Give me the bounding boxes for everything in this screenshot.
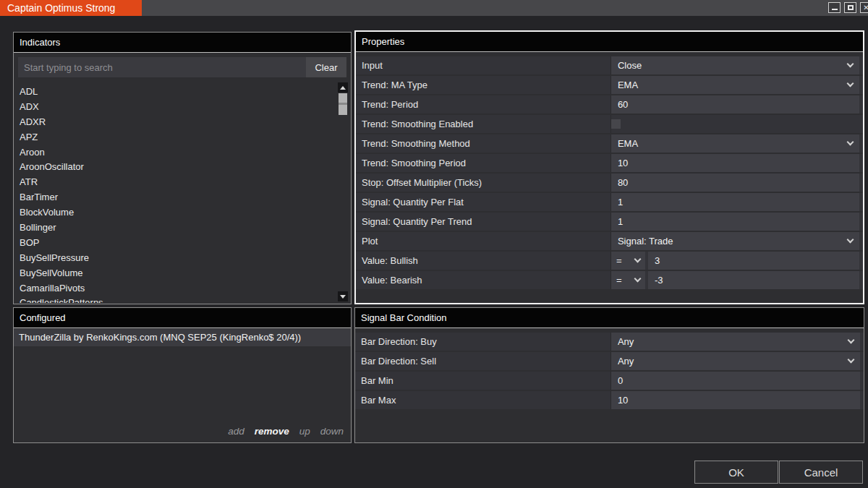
indicator-list-item[interactable]: ATR [20, 175, 350, 190]
indicator-list-item[interactable]: CandlestickPatterns [20, 296, 350, 303]
property-row: Trend: MA TypeEMA [356, 76, 863, 94]
indicator-list-item[interactable]: BarTimer [20, 190, 350, 205]
scrollbar[interactable] [338, 82, 348, 301]
property-row: PlotSignal: Trade [356, 232, 863, 250]
property-row: Stop: Offset Multiplier (Ticks)80 [356, 174, 863, 192]
property-row: Value: Bearish=-3 [356, 271, 863, 289]
indicator-list-item[interactable]: BlockVolume [20, 205, 350, 221]
dropdown[interactable]: Any [611, 333, 860, 351]
chevron-down-icon [847, 61, 854, 68]
property-value-cell: Close [610, 56, 863, 74]
configured-panel: Configured ThunderZilla by RenkoKings.co… [13, 307, 352, 443]
chevron-down-icon [848, 337, 855, 344]
dropdown-value: EMA [618, 138, 848, 149]
indicator-list-item[interactable]: APZ [20, 130, 350, 145]
operator-dropdown[interactable]: = [611, 252, 645, 270]
scroll-up-button[interactable] [338, 82, 348, 93]
indicator-list-item[interactable]: ADXR [20, 115, 350, 130]
dropdown[interactable]: Close [611, 56, 859, 74]
text-input[interactable]: 10 [611, 154, 859, 172]
property-value-cell: 60 [610, 95, 863, 114]
property-value-cell: EMA [610, 76, 863, 94]
text-input[interactable]: 80 [611, 174, 859, 192]
maximize-icon [848, 5, 854, 10]
property-value-cell: 0 [610, 372, 864, 390]
text-input[interactable]: -3 [648, 271, 859, 289]
search-input[interactable] [18, 57, 306, 77]
chevron-down-icon [634, 256, 641, 263]
property-label: Trend: Period [356, 95, 610, 114]
triangle-down-icon [340, 295, 346, 299]
property-row: Signal: Quantity Per Trend1 [356, 213, 863, 231]
signal-bar-condition-panel: Signal Bar Condition Bar Direction: BuyA… [354, 307, 864, 443]
minimize-button[interactable] [828, 2, 841, 13]
close-button[interactable]: ✕ [860, 2, 868, 13]
signal-panel-header: Signal Bar Condition [355, 308, 864, 328]
indicator-list-item[interactable]: AroonOscillator [20, 160, 350, 175]
clear-search-button[interactable]: Clear [306, 57, 346, 77]
property-value-cell [610, 115, 863, 133]
scrollbar-thumb[interactable] [339, 93, 347, 115]
dropdown[interactable]: EMA [611, 134, 859, 153]
property-label: Trend: Smoothing Method [356, 134, 610, 153]
configured-action-down[interactable]: down [320, 426, 344, 437]
property-label: Bar Direction: Sell [355, 352, 610, 370]
dropdown-value: EMA [618, 80, 848, 90]
chevron-down-icon [847, 139, 854, 146]
indicator-list-item[interactable]: ADL [20, 85, 350, 100]
search-row: Clear [18, 57, 346, 77]
property-label: Value: Bullish [356, 252, 610, 270]
indicator-list-item[interactable]: BuySellVolume [20, 266, 350, 281]
property-value-cell: Signal: Trade [610, 232, 863, 250]
property-label: Trend: Smoothing Enabled [356, 115, 610, 133]
text-input[interactable]: 60 [611, 95, 859, 114]
property-label: Bar Min [355, 372, 610, 390]
triangle-up-icon [340, 86, 346, 90]
property-value-cell: 10 [610, 391, 864, 409]
indicator-list-item[interactable]: BuySellPressure [20, 251, 350, 266]
configured-action-add[interactable]: add [228, 426, 244, 437]
chevron-down-icon [847, 80, 854, 87]
configured-action-up[interactable]: up [299, 426, 310, 437]
property-value-cell: =3 [610, 252, 863, 270]
scroll-down-button[interactable] [338, 291, 348, 301]
property-label: Value: Bearish [356, 271, 610, 289]
indicator-list-item[interactable]: CamarillaPivots [20, 281, 350, 296]
property-label: Bar Max [355, 391, 610, 409]
property-label: Bar Direction: Buy [355, 333, 610, 351]
property-label: Input [356, 56, 610, 74]
dropdown-value: Any [618, 356, 848, 367]
property-row: Trend: Period60 [356, 95, 863, 114]
text-input[interactable]: 1 [611, 193, 859, 211]
dropdown[interactable]: Any [611, 352, 860, 370]
property-row: Value: Bullish=3 [356, 252, 863, 270]
maximize-button[interactable] [844, 2, 856, 13]
signal-rows: Bar Direction: BuyAnyBar Direction: Sell… [355, 328, 864, 409]
indicator-list-item[interactable]: Bollinger [20, 221, 350, 236]
configured-actions: addremoveupdown [218, 426, 344, 437]
text-input[interactable]: 10 [611, 391, 860, 409]
indicator-list-item[interactable]: Aroon [20, 145, 350, 160]
text-input[interactable]: 3 [648, 252, 859, 270]
configured-action-remove[interactable]: remove [255, 426, 289, 437]
indicator-list-item[interactable]: BOP [20, 236, 350, 251]
dropdown[interactable]: Signal: Trade [611, 232, 859, 250]
indicator-list: ADLADXADXRAPZAroonAroonOscillatorATRBarT… [14, 82, 350, 303]
minimize-icon [832, 9, 838, 10]
configured-item[interactable]: ThunderZilla by RenkoKings.com (MNQ SEP2… [14, 329, 351, 346]
operator-value: = [616, 275, 622, 286]
property-value-cell: 1 [610, 213, 863, 231]
property-row: Bar Direction: BuyAny [355, 333, 864, 351]
checkbox[interactable] [611, 119, 621, 129]
cancel-button[interactable]: Cancel [779, 461, 863, 484]
dropdown[interactable]: EMA [611, 76, 859, 94]
window-title-tab[interactable]: Captain Optimus Strong [0, 0, 142, 16]
ok-button[interactable]: OK [694, 461, 778, 484]
dropdown-value: Any [618, 336, 848, 347]
indicator-list-item[interactable]: ADX [20, 100, 350, 115]
dropdown-value: Close [618, 60, 848, 71]
text-input[interactable]: 1 [611, 213, 859, 231]
property-row: Trend: Smoothing Period10 [356, 154, 863, 172]
operator-dropdown[interactable]: = [611, 271, 645, 289]
text-input[interactable]: 0 [611, 372, 860, 390]
